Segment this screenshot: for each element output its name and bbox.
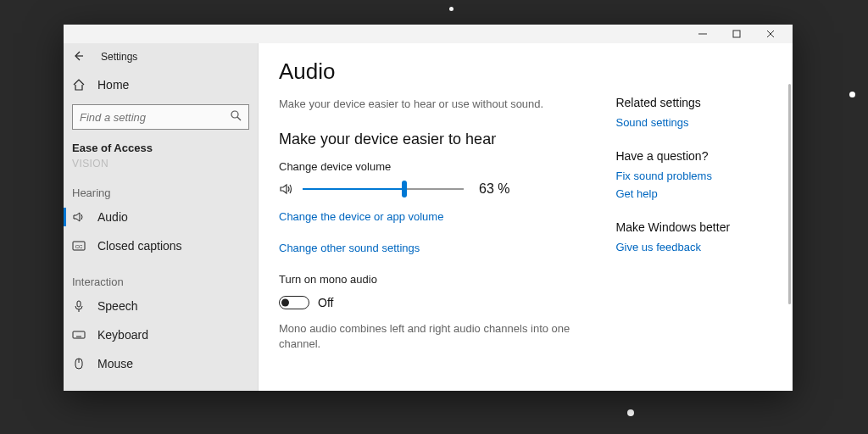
mono-state: Off — [318, 296, 333, 309]
sidebar-item-label: Speech — [97, 299, 137, 313]
speaker-icon — [72, 210, 86, 224]
link-sound-settings[interactable]: Sound settings — [615, 116, 793, 129]
sidebar-item-cutoff[interactable]: Vision — [64, 158, 258, 170]
mic-icon — [72, 299, 86, 313]
home-icon — [72, 78, 86, 92]
svg-rect-9 — [77, 301, 81, 307]
svg-line-6 — [237, 117, 241, 120]
link-get-help[interactable]: Get help — [615, 187, 793, 200]
section-easier-to-hear: Make your device easier to hear — [279, 131, 581, 148]
content-scrollbar[interactable] — [788, 84, 791, 304]
sidebar-item-speech[interactable]: Speech — [64, 292, 258, 320]
link-other-sound[interactable]: Change other sound settings — [279, 242, 581, 254]
page-title: Audio — [279, 58, 581, 85]
sidebar-item-closed-captions[interactable]: CC Closed captions — [64, 231, 258, 260]
app-title: Settings — [101, 51, 137, 63]
mono-toggle[interactable] — [279, 296, 309, 309]
link-feedback[interactable]: Give us feedback — [615, 241, 793, 253]
keyboard-icon — [72, 328, 86, 342]
sidebar-group-interaction: Interaction — [64, 260, 258, 292]
sidebar-item-home[interactable]: Home — [64, 70, 258, 99]
sidebar-item-label: Mouse — [97, 357, 133, 370]
svg-text:CC: CC — [75, 244, 83, 249]
page-description: Make your device easier to hear or use w… — [279, 97, 581, 112]
sidebar-item-label: Home — [97, 78, 129, 92]
sidebar-item-mouse[interactable]: Mouse — [64, 349, 258, 378]
close-icon — [766, 30, 775, 38]
sidebar: Settings Home Ease of Access Vision Hear… — [64, 43, 259, 391]
maximize-button[interactable] — [720, 25, 754, 43]
cc-icon: CC — [72, 239, 86, 253]
sidebar-item-label: Closed captions — [97, 239, 182, 253]
minimize-icon — [698, 30, 707, 38]
maximize-icon — [732, 30, 741, 38]
back-button[interactable] — [72, 50, 84, 64]
question-header: Have a question? — [615, 149, 793, 163]
sidebar-item-keyboard[interactable]: Keyboard — [64, 320, 258, 349]
mono-label: Turn on mono audio — [279, 273, 581, 286]
svg-point-5 — [231, 111, 238, 118]
svg-rect-1 — [733, 31, 740, 37]
volume-icon — [279, 181, 294, 197]
toggle-knob — [281, 299, 289, 307]
volume-row: 63 % — [279, 181, 581, 197]
settings-window: Settings Home Ease of Access Vision Hear… — [64, 25, 793, 391]
arrow-left-icon — [72, 50, 84, 62]
mono-description: Mono audio combines left and right audio… — [279, 321, 581, 352]
link-fix-sound[interactable]: Fix sound problems — [615, 170, 793, 182]
mono-toggle-row: Off — [279, 296, 581, 309]
volume-value: 63 % — [479, 181, 509, 197]
mouse-icon — [72, 357, 86, 370]
right-column: Related settings Sound settings Have a q… — [615, 58, 793, 391]
sidebar-item-label: Audio — [97, 210, 128, 224]
search-input[interactable] — [80, 111, 231, 124]
link-app-volume[interactable]: Change the device or app volume — [279, 210, 581, 223]
related-settings-header: Related settings — [615, 96, 793, 109]
search-icon — [231, 109, 242, 125]
svg-rect-10 — [73, 331, 85, 338]
main-column: Audio Make your device easier to hear or… — [279, 58, 581, 391]
close-button[interactable] — [754, 25, 787, 43]
search-input-wrap[interactable] — [72, 104, 249, 130]
better-header: Make Windows better — [615, 220, 793, 234]
sidebar-item-audio[interactable]: Audio — [64, 203, 258, 231]
sidebar-group-hearing: Hearing — [64, 171, 258, 203]
volume-label: Change device volume — [279, 160, 581, 173]
content-area: Audio Make your device easier to hear or… — [259, 43, 793, 391]
minimize-button[interactable] — [686, 25, 720, 43]
sidebar-item-label: Keyboard — [97, 328, 148, 342]
volume-slider[interactable] — [303, 181, 464, 197]
window-titlebar — [64, 25, 793, 43]
